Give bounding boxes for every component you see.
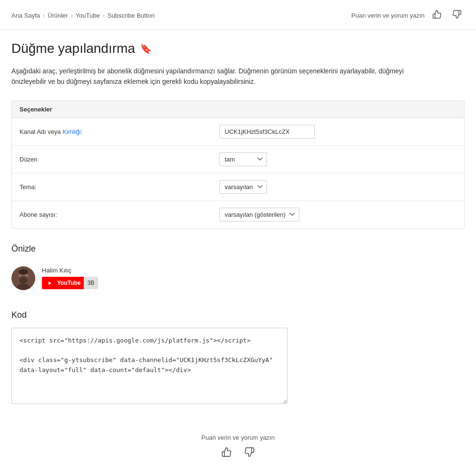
- breadcrumb-home[interactable]: Ana Sayfa: [11, 12, 40, 19]
- youtube-logo-icon: [45, 280, 54, 286]
- config-control-subscribers: varsayılan (gösterilen) göster gizle: [219, 208, 456, 222]
- code-textarea[interactable]: [11, 328, 288, 404]
- config-control-theme: varsayılan koyu açık: [219, 180, 456, 194]
- avatar: [11, 266, 35, 290]
- breadcrumb-youtube[interactable]: YouTube: [76, 12, 100, 19]
- preview-title: Önizle: [11, 244, 465, 254]
- thumbs-down-button[interactable]: [449, 9, 465, 22]
- breadcrumb-sep-3: ›: [103, 12, 105, 19]
- config-label-subscribers: Abone sayısı:: [20, 211, 219, 218]
- preview-area: Halim Kılıç YouTube 3B: [11, 262, 465, 295]
- config-label-theme: Tema:: [20, 183, 219, 191]
- page-title: Düğme yapılandırma 🔖: [11, 41, 465, 56]
- header-rate-label: Puan verin ve yorum yazın: [351, 12, 425, 19]
- subscriber-count-badge: 3B: [84, 277, 99, 289]
- config-row-theme: Tema: varsayılan koyu açık: [12, 173, 464, 201]
- config-control-layout: tam varsayılan kısa: [219, 152, 456, 166]
- svg-point-5: [20, 278, 27, 283]
- layout-select[interactable]: tam varsayılan kısa: [219, 152, 267, 166]
- breadcrumb-sep-1: ›: [43, 12, 45, 19]
- config-label-channel: Kanal Adı veya Kimliği:: [20, 128, 219, 135]
- breadcrumb-bar: Ana Sayfa › Ürünler › YouTube › Subscrib…: [0, 0, 476, 30]
- page-description: Aşağıdaki araç, yerleştirilmiş bir abone…: [11, 66, 440, 87]
- config-label-layout: Düzen: [20, 156, 219, 163]
- footer-rate-label: Puan verin ve yorum yazın: [201, 434, 275, 441]
- breadcrumb-sep-2: ›: [71, 12, 73, 19]
- footer-thumbs-up-button[interactable]: [218, 446, 235, 461]
- thumbs-up-button[interactable]: [429, 9, 445, 22]
- bookmark-icon[interactable]: 🔖: [140, 43, 152, 54]
- config-table: Seçenekler Kanal Adı veya Kimliği: Düzen…: [11, 101, 465, 229]
- config-row-channel: Kanal Adı veya Kimliği:: [12, 118, 464, 146]
- channel-name: Halim Kılıç: [42, 267, 98, 274]
- config-row-layout: Düzen tam varsayılan kısa: [12, 146, 464, 173]
- code-section: Kod: [11, 310, 465, 405]
- theme-select[interactable]: varsayılan koyu açık: [219, 180, 267, 194]
- youtube-play-icon: [45, 280, 54, 286]
- config-row-subscribers: Abone sayısı: varsayılan (gösterilen) gö…: [12, 201, 464, 228]
- breadcrumb: Ana Sayfa › Ürünler › YouTube › Subscrib…: [11, 12, 155, 19]
- code-title: Kod: [11, 310, 465, 320]
- footer-thumbs-down-button[interactable]: [241, 446, 258, 461]
- youtube-btn-label: YouTube: [57, 280, 81, 286]
- config-table-header: Seçenekler: [12, 101, 464, 118]
- main-content: Düğme yapılandırma 🔖 Aşağıdaki araç, yer…: [0, 30, 476, 464]
- kimlik-link[interactable]: Kimliği: [62, 128, 80, 135]
- channel-id-input[interactable]: [219, 125, 315, 139]
- subscriber-count-select[interactable]: varsayılan (gösterilen) göster gizle: [219, 208, 299, 222]
- header-actions: Puan verin ve yorum yazın: [351, 9, 465, 22]
- breadcrumb-current: Subscribe Button: [108, 12, 155, 19]
- preview-section: Önizle Halim: [11, 244, 465, 295]
- yt-subscribe-wrapper: YouTube 3B: [42, 277, 98, 289]
- avatar-image: [11, 266, 35, 290]
- breadcrumb-products[interactable]: Ürünler: [48, 12, 68, 19]
- svg-point-4: [19, 269, 28, 275]
- youtube-subscribe-button[interactable]: YouTube: [42, 277, 85, 289]
- footer-thumbs: [218, 446, 258, 461]
- config-control-channel: [219, 125, 456, 139]
- preview-info: Halim Kılıç YouTube 3B: [42, 267, 98, 289]
- footer-rating: Puan verin ve yorum yazın: [11, 424, 465, 464]
